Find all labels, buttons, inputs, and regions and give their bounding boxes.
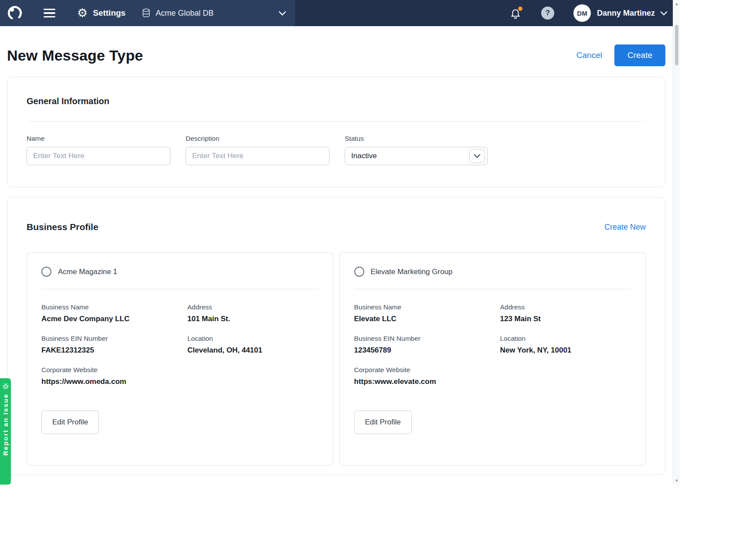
avatar-initials: DM xyxy=(577,10,587,17)
scrollbar-up-arrow[interactable]: ▲ xyxy=(673,1,680,7)
description-field: Description xyxy=(186,135,329,165)
divider xyxy=(27,121,646,122)
profile-radio[interactable] xyxy=(41,267,51,277)
field-value: Acme Dev Company LLC xyxy=(41,315,187,323)
ein-field: Business EIN Number 123456789 xyxy=(354,335,500,355)
profile-cards-row: Acme Magazine 1 Business Name Acme Dev C… xyxy=(27,252,646,466)
chevron-down-icon xyxy=(469,149,485,163)
website-field: Corporate Website https://www.omeda.com xyxy=(41,366,187,386)
business-profile-title: Business Profile xyxy=(27,222,604,232)
field-label: Business Name xyxy=(354,303,500,311)
name-label: Name xyxy=(27,135,170,142)
field-label: Corporate Website xyxy=(41,366,187,374)
database-name: Acme Global DB xyxy=(156,9,214,18)
field-value: 123456789 xyxy=(354,346,500,355)
divider xyxy=(354,289,631,289)
ein-field: Business EIN Number FAKE12312325 xyxy=(41,335,187,355)
report-issue-label: Report an Issue xyxy=(2,394,9,456)
profile-fields-grid: Business Name Elevate LLC Address 123 Ma… xyxy=(354,303,631,386)
report-issue-tab[interactable]: Report an Issue xyxy=(0,378,11,485)
database-selector[interactable]: Acme Global DB xyxy=(142,8,295,18)
business-profile-header: Business Profile Create New xyxy=(27,222,646,232)
status-select[interactable]: Inactive xyxy=(345,147,488,165)
name-input[interactable] xyxy=(27,147,170,165)
field-value: https:www.elevate.com xyxy=(354,377,500,386)
business-profile-card: Business Profile Create New Acme Magazin… xyxy=(7,197,665,475)
gear-icon: ⚙ xyxy=(77,7,88,19)
scrollbar-thumb[interactable] xyxy=(675,25,678,65)
hamburger-menu-icon[interactable] xyxy=(42,6,57,20)
field-value: 123 Main St xyxy=(500,315,631,323)
navbar-left-section: ⚙ Settings Acme Global DB xyxy=(0,0,295,26)
field-value: New York, NY, 10001 xyxy=(500,346,631,355)
cancel-button[interactable]: Cancel xyxy=(576,51,602,60)
create-new-link[interactable]: Create New xyxy=(604,223,646,232)
field-label: Address xyxy=(500,303,631,311)
general-information-fields: Name Description Status Inactive xyxy=(27,135,646,165)
avatar[interactable]: DM xyxy=(573,4,591,22)
status-label: Status xyxy=(345,135,488,142)
field-value: https://www.omeda.com xyxy=(41,377,187,386)
description-input[interactable] xyxy=(186,147,329,165)
location-field: Location New York, NY, 10001 xyxy=(500,335,631,355)
notifications-button[interactable] xyxy=(510,7,521,19)
profile-card-header: Acme Magazine 1 xyxy=(41,267,319,277)
website-field: Corporate Website https:www.elevate.com xyxy=(354,366,500,386)
user-name[interactable]: Danny Martinez xyxy=(597,9,655,18)
address-field: Address 101 Main St. xyxy=(187,303,319,323)
field-label: Business Name xyxy=(41,303,187,311)
status-select-value: Inactive xyxy=(351,152,469,160)
help-button[interactable]: ? xyxy=(541,7,554,20)
bug-icon xyxy=(2,382,9,390)
field-label: Business EIN Number xyxy=(41,335,187,343)
profile-card-header: Elevate Marketing Group xyxy=(354,267,631,277)
profile-name: Elevate Marketing Group xyxy=(371,268,453,276)
app-window: ⚙ Settings Acme Global DB xyxy=(0,0,680,485)
database-icon xyxy=(142,8,150,18)
chevron-down-icon xyxy=(278,11,286,16)
profile-radio[interactable] xyxy=(354,267,364,277)
edit-profile-button[interactable]: Edit Profile xyxy=(354,410,412,434)
field-label: Location xyxy=(187,335,319,343)
general-information-card: General Information Name Description Sta… xyxy=(7,77,665,187)
field-label: Corporate Website xyxy=(354,366,500,374)
general-information-title: General Information xyxy=(27,96,646,106)
navbar-right-section: ? DM Danny Martinez xyxy=(510,0,673,26)
name-field: Name xyxy=(27,135,170,165)
profile-card: Acme Magazine 1 Business Name Acme Dev C… xyxy=(27,252,333,466)
field-value: Cleveland, OH, 44101 xyxy=(187,346,319,355)
page-title: New Message Type xyxy=(7,47,576,64)
top-navbar: ⚙ Settings Acme Global DB xyxy=(0,0,673,26)
description-label: Description xyxy=(186,135,329,142)
field-value: Elevate LLC xyxy=(354,315,500,323)
user-menu-chevron-icon[interactable] xyxy=(660,11,668,16)
address-field: Address 123 Main St xyxy=(500,303,631,323)
business-name-field: Business Name Acme Dev Company LLC xyxy=(41,303,187,323)
profile-card: Elevate Marketing Group Business Name El… xyxy=(339,252,646,466)
settings-label: Settings xyxy=(93,8,125,18)
edit-profile-button[interactable]: Edit Profile xyxy=(41,410,99,434)
field-label: Address xyxy=(187,303,319,311)
divider xyxy=(41,289,319,289)
screenshot-canvas: ⚙ Settings Acme Global DB xyxy=(0,0,756,536)
page-header: New Message Type Cancel Create xyxy=(7,26,665,77)
business-name-field: Business Name Elevate LLC xyxy=(354,303,500,323)
profile-name: Acme Magazine 1 xyxy=(58,268,117,276)
field-value: FAKE12312325 xyxy=(41,346,187,355)
location-field: Location Cleveland, OH, 44101 xyxy=(187,335,319,355)
field-label: Business EIN Number xyxy=(354,335,500,343)
omeda-logo-icon[interactable] xyxy=(6,4,24,22)
nav-settings-item[interactable]: ⚙ Settings xyxy=(77,7,125,19)
profile-fields-grid: Business Name Acme Dev Company LLC Addre… xyxy=(41,303,319,386)
scrollbar-down-arrow[interactable]: ▼ xyxy=(673,478,680,484)
field-label: Location xyxy=(500,335,631,343)
notification-dot xyxy=(518,7,522,11)
vertical-scrollbar[interactable]: ▲ ▼ xyxy=(673,0,680,485)
field-value: 101 Main St. xyxy=(187,315,319,323)
create-button[interactable]: Create xyxy=(614,44,665,66)
status-field: Status Inactive xyxy=(345,135,488,165)
